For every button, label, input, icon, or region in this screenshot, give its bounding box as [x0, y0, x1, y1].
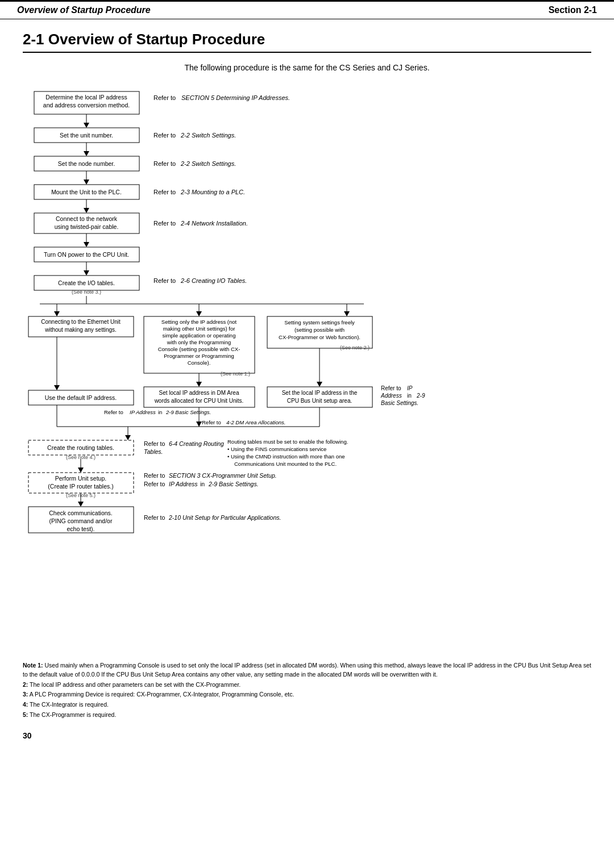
svg-text:(See note 3.): (See note 3.) [72, 289, 101, 295]
svg-text:Check communications.: Check communications. [49, 510, 112, 516]
svg-text:Set the unit number.: Set the unit number. [60, 132, 113, 139]
svg-text:Refer to: Refer to [154, 277, 176, 284]
svg-text:Refer to: Refer to [154, 220, 176, 227]
note-4: 4: The CX-Integrator is required. [23, 700, 591, 710]
intro-text: The following procedure is the same for … [23, 63, 591, 72]
svg-text:IP: IP [407, 385, 413, 391]
svg-text:with only the Programming: with only the Programming [167, 339, 231, 345]
svg-text:Refer to: Refer to [202, 419, 221, 425]
svg-text:in: in [407, 393, 412, 399]
svg-text:Programmer or Programming: Programmer or Programming [164, 353, 234, 359]
page-title: 2-1 Overview of Startup Procedure [23, 31, 591, 53]
svg-text:Use the default IP address.: Use the default IP address. [45, 394, 117, 401]
header-title-left: Overview of Startup Procedure [17, 5, 151, 15]
content-area: 2-1 Overview of Startup Procedure The fo… [0, 31, 614, 763]
svg-text:words allocated for CPU Unit U: words allocated for CPU Unit Units. [154, 398, 244, 404]
svg-text:• Using the CMND instruction w: • Using the CMND instruction with more t… [227, 453, 345, 460]
svg-marker-110 [78, 468, 84, 473]
svg-text:IP Address: IP Address [130, 409, 156, 415]
svg-text:4-2 DM Area Allocations.: 4-2 DM Area Allocations. [226, 419, 285, 425]
svg-text:Refer to: Refer to [144, 481, 165, 487]
svg-marker-18 [84, 180, 89, 185]
svg-text:• Using the FINS communication: • Using the FINS communications service [227, 446, 326, 452]
svg-text:CPU Bus Unit setup area.: CPU Bus Unit setup area. [287, 398, 352, 404]
svg-text:Set the node number.: Set the node number. [58, 160, 115, 167]
svg-text:Mount the Unit to the PLC.: Mount the Unit to the PLC. [51, 189, 122, 195]
svg-text:Create the routing tables.: Create the routing tables. [47, 444, 114, 451]
svg-text:Refer to: Refer to [144, 440, 165, 447]
svg-text:(Create IP router tables.): (Create IP router tables.) [48, 483, 113, 490]
svg-marker-98 [125, 435, 131, 440]
svg-marker-71 [317, 382, 322, 387]
svg-text:IP Address: IP Address [169, 481, 198, 487]
svg-text:6-4 Creating Routing: 6-4 Creating Routing [169, 440, 224, 447]
svg-marker-44 [54, 311, 60, 316]
svg-marker-24 [84, 208, 89, 213]
svg-text:2-2 Switch Settings.: 2-2 Switch Settings. [180, 132, 236, 139]
svg-marker-31 [84, 242, 89, 247]
header: Overview of Startup Procedure Section 2-… [0, 0, 614, 19]
note-2: 2: The local IP address and other parame… [23, 681, 591, 690]
svg-marker-48 [344, 311, 350, 316]
svg-text:Refer to: Refer to [154, 189, 176, 195]
svg-text:2-3 Mounting to a PLC.: 2-3 Mounting to a PLC. [180, 189, 245, 195]
svg-text:SECTION 5 Determining IP Addre: SECTION 5 Determining IP Addresses. [181, 94, 290, 101]
svg-marker-93 [196, 422, 202, 427]
note-5: 5: The CX-Programmer is required. [23, 711, 591, 720]
page: Overview of Startup Procedure Section 2-… [0, 0, 614, 868]
page-number: 30 [23, 731, 591, 740]
svg-text:CX-Programmer or Web function): CX-Programmer or Web function). [279, 334, 360, 340]
svg-text:Setting system settings freely: Setting system settings freely [284, 319, 355, 326]
svg-text:Perform Unit setup.: Perform Unit setup. [55, 475, 106, 482]
svg-text:Refer to: Refer to [154, 94, 176, 101]
svg-text:(setting possible with: (setting possible with [294, 327, 345, 333]
svg-text:Refer to: Refer to [144, 514, 165, 521]
svg-text:Create the I/O tables.: Create the I/O tables. [58, 279, 115, 286]
svg-marker-69 [196, 382, 202, 387]
svg-text:Refer to: Refer to [154, 132, 176, 139]
flowchart: Determine the local IP address and addre… [23, 86, 591, 644]
svg-text:Refer to: Refer to [104, 409, 123, 415]
svg-text:Communications Unit mounted to: Communications Unit mounted to the PLC. [234, 461, 337, 467]
svg-text:2-9: 2-9 [416, 393, 425, 399]
svg-marker-35 [84, 270, 89, 276]
svg-text:2-6 Creating I/O Tables.: 2-6 Creating I/O Tables. [180, 277, 247, 284]
svg-text:2-10 Unit Setup for Particular: 2-10 Unit Setup for Particular Applicati… [168, 514, 281, 521]
svg-text:Set local IP address in DM Are: Set local IP address in DM Area [159, 390, 239, 396]
svg-text:Refer to: Refer to [154, 160, 176, 167]
svg-text:and address conversion method.: and address conversion method. [43, 102, 130, 108]
svg-text:SECTION 3 CX-Programmer Unit S: SECTION 3 CX-Programmer Unit Setup. [169, 472, 277, 479]
svg-text:without making any settings.: without making any settings. [44, 327, 117, 333]
svg-text:(See note 1.): (See note 1.) [221, 371, 250, 377]
svg-text:Console (setting possible with: Console (setting possible with CX- [158, 346, 240, 352]
svg-text:2-2 Switch Settings.: 2-2 Switch Settings. [180, 160, 236, 167]
svg-text:Refer to: Refer to [381, 385, 401, 391]
svg-text:Console).: Console). [188, 360, 211, 366]
svg-text:Turn ON power to the CPU Unit.: Turn ON power to the CPU Unit. [44, 251, 129, 258]
svg-marker-46 [196, 311, 202, 316]
svg-text:(PING command and/or: (PING command and/or [49, 518, 113, 524]
svg-text:Basic Settings.: Basic Settings. [381, 400, 418, 406]
note-3: 3: A PLC Programming Device is required:… [23, 690, 591, 699]
svg-text:(See note 2.): (See note 2.) [340, 345, 370, 350]
svg-text:in: in [200, 481, 205, 487]
svg-text:Determine the local IP address: Determine the local IP address [45, 94, 127, 101]
svg-marker-6 [84, 123, 89, 128]
svg-text:2-4 Network Installation.: 2-4 Network Installation. [180, 220, 248, 227]
svg-text:in: in [158, 409, 162, 415]
svg-text:echo test).: echo test). [67, 525, 94, 532]
svg-text:Connecting to the Ethernet Uni: Connecting to the Ethernet Unit [41, 319, 121, 325]
svg-text:Connect to the network: Connect to the network [56, 215, 118, 222]
header-section-right: Section 2-1 [549, 5, 597, 15]
notes-section: Note 1: Used mainly when a Programming C… [23, 661, 591, 720]
note-1: Note 1: Used mainly when a Programming C… [23, 661, 591, 679]
svg-marker-12 [84, 151, 89, 156]
svg-text:Tables.: Tables. [144, 448, 163, 455]
svg-text:using twisted-pair cable.: using twisted-pair cable. [55, 223, 119, 230]
svg-text:making other Unit settings) fo: making other Unit settings) for [163, 326, 235, 332]
svg-marker-122 [78, 502, 84, 507]
svg-text:simple application or operatin: simple application or operating [163, 332, 236, 339]
svg-text:Routing tables must be set to : Routing tables must be set to enable the… [227, 439, 348, 445]
svg-text:2-9 Basic Settings.: 2-9 Basic Settings. [208, 481, 259, 487]
svg-marker-67 [54, 385, 60, 390]
